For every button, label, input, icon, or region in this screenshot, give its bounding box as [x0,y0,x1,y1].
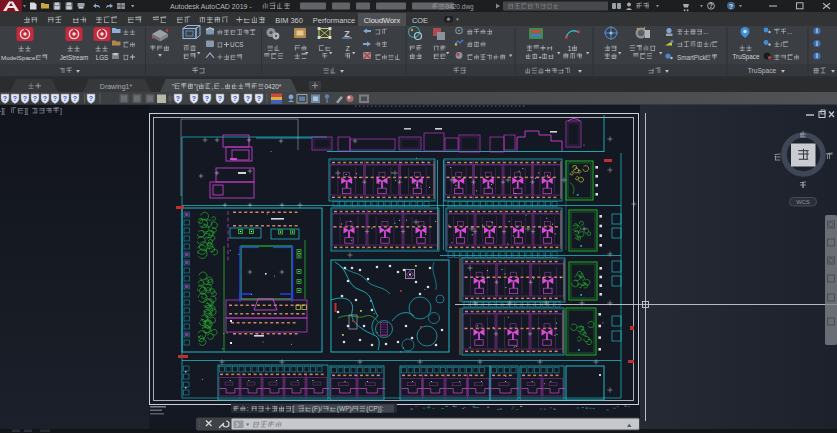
svg-text:,: , [212,83,214,90]
svg-text:...: ... [703,28,708,35]
svg-text:(CP)]:: (CP)]: [366,405,383,413]
svg-text:[: [ [292,405,294,413]
svg-text:JetStream: JetStream [60,54,89,61]
svg-text:+: + [538,53,542,60]
svg-text:?: ? [218,95,222,102]
svg-text:?: ? [192,95,196,102]
svg-text:TruSpace: TruSpace [748,67,777,75]
svg-text:SmartPick: SmartPick [677,54,707,61]
svg-text::: : [247,405,249,412]
svg-text:TruSpace: TruSpace [732,53,760,61]
svg-text:?: ? [53,95,57,102]
svg-text:Autodesk AutoCAD 2019 -: Autodesk AutoCAD 2019 - [170,3,252,10]
svg-text:?: ? [729,3,733,10]
svg-text:Drawing1*: Drawing1* [100,83,133,91]
svg-text:ModelSpace: ModelSpace [1,54,36,61]
svg-text:?: ? [43,95,47,102]
svg-text:1: 1 [568,45,572,52]
svg-text:[-][: [-][ [0,107,5,115]
svg-text:?: ? [13,95,17,102]
svg-text:/: / [710,41,712,48]
svg-text:Performance: Performance [313,16,355,25]
svg-text:0420*: 0420* [265,83,282,90]
svg-text:UCS: UCS [230,41,243,48]
svg-text:?: ? [176,95,180,102]
svg-text:0420.dwg: 0420.dwg [446,3,475,11]
svg-text:/: / [781,41,783,48]
svg-text:Z: Z [346,45,350,52]
svg-text:?: ? [257,95,261,102]
svg-text:COE: COE [412,16,428,25]
svg-text:i: i [816,27,818,34]
svg-text:..: .. [220,83,224,90]
svg-text:": " [172,83,174,90]
svg-text:?: ? [23,95,27,102]
svg-text:WCS: WCS [796,199,810,205]
svg-text:?: ? [33,95,37,102]
svg-text:][: ][ [24,107,28,115]
svg-text:?: ? [205,95,209,102]
svg-text:?: ? [709,2,713,9]
svg-text:...: ... [787,28,792,35]
svg-text:Z: Z [344,29,350,39]
svg-text:?: ? [89,95,93,102]
svg-text:(F)/: (F)/ [312,405,322,413]
svg-text:CloudWorx: CloudWorx [364,16,401,25]
svg-text:i: i [816,52,818,59]
svg-text:?: ? [63,95,67,102]
svg-text:?: ? [3,95,7,102]
svg-text:i: i [816,40,818,47]
svg-text:LGS: LGS [96,54,109,61]
svg-text:?: ? [246,95,250,102]
svg-text:(WP)/: (WP)/ [337,405,354,413]
svg-text:?: ? [73,95,77,102]
svg-text:?: ? [233,95,237,102]
svg-text:BIM 360: BIM 360 [275,16,303,25]
svg-text:]: ] [60,107,62,115]
